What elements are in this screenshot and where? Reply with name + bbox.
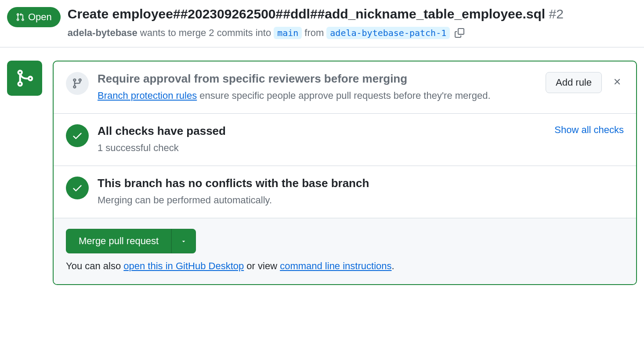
header-main: Create employee##202309262500##ddl##add_… <box>68 5 637 40</box>
checks-section: All checks have passed 1 successful chec… <box>54 114 636 166</box>
git-branch-icon <box>72 78 83 89</box>
checks-title: All checks have passed <box>98 124 546 138</box>
merge-area: Require approval from specific reviewers… <box>0 47 644 292</box>
protection-desc: Branch protection rules ensure specific … <box>98 88 537 103</box>
protection-desc-rest: ensure specific people approve pull requ… <box>197 90 490 101</box>
footer-prefix: You can also <box>66 260 123 271</box>
protection-actions: Add rule <box>546 72 624 93</box>
show-all-checks-link[interactable]: Show all checks <box>554 124 624 136</box>
checks-icon-wrap <box>66 124 89 147</box>
pr-number: #2 <box>549 7 563 21</box>
git-merge-icon <box>15 69 34 88</box>
checks-body: All checks have passed 1 successful chec… <box>98 124 546 155</box>
cli-instructions-link[interactable]: command line instructions <box>280 260 391 271</box>
state-label: Open <box>28 11 52 23</box>
pr-meta: adela-bytebase wants to merge 2 commits … <box>68 26 637 40</box>
pr-author[interactable]: adela-bytebase <box>68 27 137 39</box>
merge-footer: Merge pull request You can also open thi… <box>54 218 636 284</box>
base-branch-label[interactable]: main <box>274 27 302 39</box>
protection-body: Require approval from specific reviewers… <box>98 72 537 103</box>
pr-title-row: Create employee##202309262500##ddl##add_… <box>68 5 637 22</box>
merge-status-box: Require approval from specific reviewers… <box>53 61 637 285</box>
merge-button-group: Merge pull request <box>66 229 196 253</box>
open-desktop-link[interactable]: open this in GitHub Desktop <box>123 260 244 271</box>
footer-help-text: You can also open this in GitHub Desktop… <box>66 260 624 272</box>
branch-protection-link[interactable]: Branch protection rules <box>98 90 197 101</box>
meta-text: wants to merge 2 commits into <box>140 27 271 39</box>
close-icon <box>612 77 622 87</box>
triangle-down-icon <box>181 238 187 244</box>
footer-suffix: . <box>392 260 394 271</box>
merge-pull-request-button[interactable]: Merge pull request <box>66 229 171 253</box>
copy-icon <box>455 28 464 38</box>
timeline-merge-badge <box>7 61 42 96</box>
pr-header: Open Create employee##202309262500##ddl#… <box>0 0 644 47</box>
pr-state-badge: Open <box>7 7 61 27</box>
head-branch-label[interactable]: adela-bytebase-patch-1 <box>326 27 450 39</box>
git-pull-request-icon <box>16 13 25 22</box>
copy-branch-button[interactable] <box>452 26 467 40</box>
footer-mid: or view <box>244 260 280 271</box>
conflicts-icon-wrap <box>66 177 89 199</box>
checks-subtitle: 1 successful check <box>98 141 546 155</box>
conflicts-title: This branch has no conflicts with the ba… <box>98 177 624 190</box>
protection-title: Require approval from specific reviewers… <box>98 72 537 86</box>
merge-dropdown-button[interactable] <box>171 229 196 253</box>
branch-protection-section: Require approval from specific reviewers… <box>54 61 636 114</box>
branch-protection-icon-wrap <box>66 72 89 95</box>
pr-title: Create employee##202309262500##ddl##add_… <box>68 7 545 21</box>
check-icon <box>72 182 83 194</box>
add-rule-button[interactable]: Add rule <box>546 72 602 93</box>
dismiss-protection-button[interactable] <box>611 74 624 91</box>
meta-text-from: from <box>304 27 324 39</box>
check-icon <box>72 130 83 141</box>
checks-actions: Show all checks <box>554 124 624 136</box>
conflicts-section: This branch has no conflicts with the ba… <box>54 166 636 218</box>
conflicts-subtitle: Merging can be performed automatically. <box>98 193 624 207</box>
conflicts-body: This branch has no conflicts with the ba… <box>98 177 624 207</box>
